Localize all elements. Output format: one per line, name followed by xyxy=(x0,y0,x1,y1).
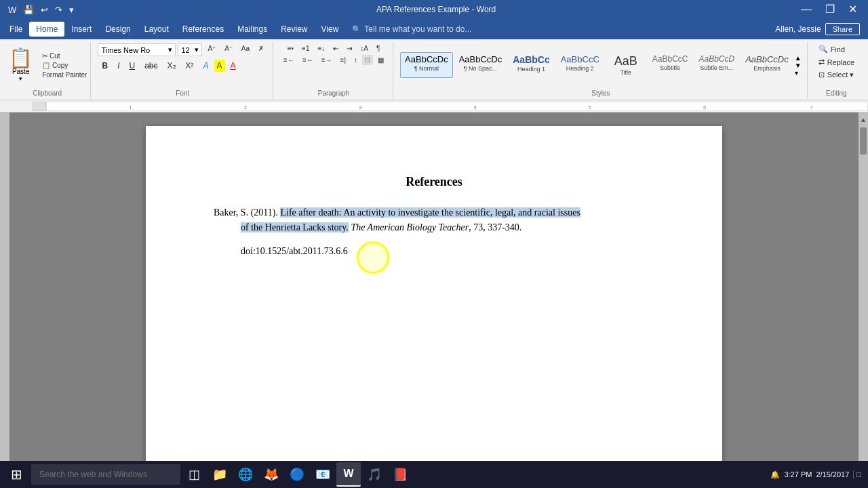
clear-format-button[interactable]: ✗ xyxy=(255,43,267,56)
menu-insert[interactable]: Insert xyxy=(64,22,98,37)
close-button[interactable]: ✕ xyxy=(843,0,863,19)
reference-entry[interactable]: Baker, S. (2011). Life after death: An a… xyxy=(214,205,654,268)
undo-button[interactable]: ↩ xyxy=(38,3,51,16)
mail-button[interactable]: 📧 xyxy=(311,462,335,487)
paste-arrow[interactable]: ▾ xyxy=(19,75,22,82)
decrease-indent-button[interactable]: ⇤ xyxy=(330,43,342,54)
font-size-dropdown[interactable]: 12 ▾ xyxy=(178,43,202,56)
menu-review[interactable]: Review xyxy=(274,22,314,37)
save-button[interactable]: 💾 xyxy=(20,3,37,16)
ruler-corner xyxy=(33,102,46,111)
underline-button[interactable]: U xyxy=(125,59,140,73)
font-row1: Times New Ro ▾ 12 ▾ A⁺ A⁻ Aa ✗ xyxy=(98,43,267,56)
media-button[interactable]: 🎵 xyxy=(362,462,387,487)
editing-label: Editing xyxy=(826,87,847,97)
copy-button[interactable]: 📋 Copy xyxy=(40,61,89,70)
style-emphasis[interactable]: AaBbCcDc Emphasis xyxy=(741,52,793,78)
style-heading1[interactable]: AaBbCc Heading 1 xyxy=(508,52,554,78)
restore-button[interactable]: ❐ xyxy=(820,0,840,19)
italic-button[interactable]: I xyxy=(113,59,123,73)
start-button[interactable]: ⊞ xyxy=(3,462,30,487)
font-color-button[interactable]: A xyxy=(226,59,240,73)
select-label: Select ▾ xyxy=(827,70,854,79)
word-taskbar-button[interactable]: W xyxy=(336,462,361,487)
clipboard-small-buttons: ✂ Cut 📋 Copy Format Painter xyxy=(40,52,89,79)
task-view-button[interactable]: ◫ xyxy=(182,462,206,487)
style-subtitle[interactable]: AaBbCcC Subtitle xyxy=(648,52,693,78)
menu-view[interactable]: View xyxy=(315,22,346,37)
bullets-button[interactable]: ≡• xyxy=(284,43,297,54)
style-no-spacing-preview: AaBbCcDc xyxy=(459,54,502,65)
scroll-track[interactable] xyxy=(859,156,868,455)
share-button[interactable]: Share xyxy=(825,23,860,35)
taskbar-search-input[interactable] xyxy=(31,464,180,485)
font-shrink-button[interactable]: A⁻ xyxy=(221,43,236,56)
paste-button[interactable]: 📋 Paste ▾ xyxy=(5,47,36,84)
menu-references[interactable]: References xyxy=(176,22,231,37)
style-heading2[interactable]: AaBbCcC Heading 2 xyxy=(556,52,604,78)
replace-icon: ⇄ xyxy=(818,58,825,66)
menu-search[interactable]: 🔍 Tell me what you want to do... xyxy=(345,22,478,37)
minimize-button[interactable]: — xyxy=(795,0,817,19)
document-scroll-area[interactable]: References Baker, S. (2011). Life after … xyxy=(9,113,859,469)
find-button[interactable]: 🔍 Find xyxy=(814,43,849,55)
change-case-button[interactable]: Aa xyxy=(238,43,253,56)
align-center-button[interactable]: ≡↔ xyxy=(299,55,317,65)
bold-button[interactable]: B xyxy=(98,59,112,73)
increase-indent-button[interactable]: ⇥ xyxy=(343,43,355,54)
multilevel-list-button[interactable]: ≡↓ xyxy=(315,43,329,54)
menu-file[interactable]: File xyxy=(3,22,29,37)
replace-button[interactable]: ⇄ Replace xyxy=(814,56,859,68)
style-normal[interactable]: AaBbCcDc ¶ Normal xyxy=(400,52,453,78)
superscript-button[interactable]: X² xyxy=(182,59,198,73)
align-right-button[interactable]: ≡→ xyxy=(318,55,336,65)
ie-button[interactable]: 🔵 xyxy=(285,462,309,487)
scroll-up-button[interactable]: ▲ xyxy=(859,113,868,126)
ruler: 1 2 3 4 5 6 7 xyxy=(46,102,868,111)
align-left-button[interactable]: ≡← xyxy=(280,55,298,65)
subscript-button[interactable]: X₂ xyxy=(163,59,180,73)
ie-icon: 🔵 xyxy=(290,467,304,482)
sort-button[interactable]: ↕A xyxy=(357,43,372,54)
font-name-dropdown[interactable]: Times New Ro ▾ xyxy=(98,43,176,56)
strikethrough-button[interactable]: abc xyxy=(140,59,161,73)
redo-button[interactable]: ↷ xyxy=(52,3,65,16)
line-spacing-button[interactable]: ↕ xyxy=(351,55,361,65)
title-bar: W 💾 ↩ ↷ ▾ APA References Example - Word … xyxy=(0,0,868,19)
numbering-button[interactable]: ≡1 xyxy=(298,43,313,54)
scroll-thumb[interactable] xyxy=(860,127,867,155)
styles-scroll[interactable]: ▲ ▼ ▾ xyxy=(795,52,802,78)
folder-icon: 📁 xyxy=(212,467,227,482)
justify-button[interactable]: ≡| xyxy=(337,55,349,65)
text-effects-button[interactable]: A xyxy=(199,59,213,73)
style-title[interactable]: AaB Title xyxy=(606,52,646,78)
select-button[interactable]: ⊡ Select ▾ xyxy=(814,69,859,81)
reference-line1-normal: Baker, S. (2011). xyxy=(214,207,280,218)
select-icon: ⊡ xyxy=(818,70,825,79)
reference-line1-selected: Life after death: An activity to investi… xyxy=(280,207,580,218)
edge-button[interactable]: 🌐 xyxy=(233,462,258,487)
menu-design[interactable]: Design xyxy=(98,22,137,37)
highlight-button[interactable]: A xyxy=(214,60,225,72)
font-size-arrow: ▾ xyxy=(195,45,199,54)
font-grow-button[interactable]: A⁺ xyxy=(204,43,219,56)
customize-qat-button[interactable]: ▾ xyxy=(66,3,77,16)
file-explorer-button[interactable]: 📁 xyxy=(208,462,232,487)
borders-button[interactable]: ▦ xyxy=(374,55,387,65)
show-desktop-button[interactable]: □ xyxy=(853,470,861,479)
show-formatting-button[interactable]: ¶ xyxy=(373,43,383,54)
shading-button[interactable]: □ xyxy=(362,55,373,65)
menu-mailings[interactable]: Mailings xyxy=(231,22,274,37)
styles-content: AaBbCcDc ¶ Normal AaBbCcDc ¶ No Spac... … xyxy=(400,43,802,87)
style-subtle-emphasis[interactable]: AaBbCcD Subtle Em... xyxy=(694,52,739,78)
format-painter-button[interactable]: Format Painter xyxy=(40,70,89,79)
menu-home[interactable]: Home xyxy=(29,22,64,37)
firefox-button[interactable]: 🦊 xyxy=(259,462,283,487)
menu-layout[interactable]: Layout xyxy=(138,22,176,37)
font-name-value: Times New Ro xyxy=(101,46,150,54)
notification-icon[interactable]: 🔔 xyxy=(770,470,780,479)
style-no-spacing[interactable]: AaBbCcDc ¶ No Spac... xyxy=(454,52,507,78)
acrobat-button[interactable]: 📕 xyxy=(388,462,412,487)
cut-button[interactable]: ✂ Cut xyxy=(40,52,89,60)
vertical-scrollbar[interactable]: ▲ ▼ xyxy=(859,113,868,469)
